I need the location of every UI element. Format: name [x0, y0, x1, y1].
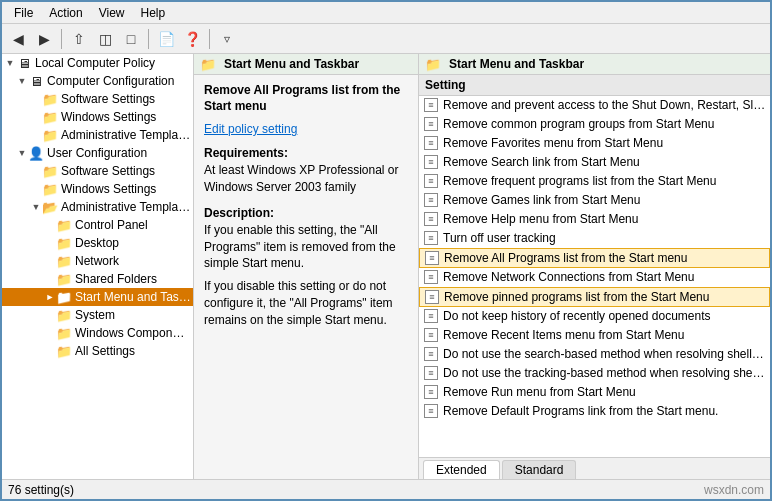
tree-admin-templates-cc[interactable]: ► Administrative Templates — [2, 126, 193, 144]
setting-row[interactable]: ≡Remove Run menu from Start Menu — [419, 383, 770, 402]
setting-icon: ≡ — [424, 250, 440, 266]
setting-row[interactable]: ≡Remove Default Programs link from the S… — [419, 402, 770, 421]
expand-icon[interactable]: ► — [44, 291, 56, 303]
expand-icon[interactable]: ▼ — [30, 201, 42, 213]
user-icon — [28, 147, 44, 160]
tab-standard[interactable]: Standard — [502, 460, 577, 479]
description-text-2: If you disable this setting or do not co… — [204, 278, 408, 328]
settings-column-header: Setting — [419, 75, 770, 96]
description-section: Description: If you enable this setting,… — [204, 206, 408, 329]
tree-admin-templates-uc[interactable]: ▼ Administrative Templates — [2, 198, 193, 216]
expand-icon[interactable]: ► — [44, 309, 56, 321]
folder-icon — [56, 273, 72, 286]
tree-label: Shared Folders — [75, 272, 157, 286]
setting-label: Remove Games link from Start Menu — [443, 193, 766, 207]
folder-icon — [56, 309, 72, 322]
tree-software-settings-uc[interactable]: ► Software Settings — [2, 162, 193, 180]
toolbar: ◀ ▶ ⇧ ◫ □ 📄 ❓ ▿ — [2, 24, 770, 54]
setting-label: Do not keep history of recently opened d… — [443, 309, 766, 323]
toolbar-sep-2 — [148, 29, 149, 49]
setting-row[interactable]: ≡Remove pinned programs list from the St… — [419, 287, 770, 307]
computer-icon — [28, 75, 44, 88]
setting-row[interactable]: ≡Do not use the search-based method when… — [419, 345, 770, 364]
expand-icon[interactable]: ► — [30, 93, 42, 105]
setting-row[interactable]: ≡Remove Recent Items menu from Start Men… — [419, 326, 770, 345]
help-button[interactable]: ❓ — [180, 27, 204, 51]
tree-desktop[interactable]: ► Desktop — [2, 234, 193, 252]
setting-row[interactable]: ≡Turn off user tracking — [419, 229, 770, 248]
folder-icon — [42, 93, 58, 106]
expand-icon[interactable]: ► — [44, 327, 56, 339]
tab-extended[interactable]: Extended — [423, 460, 500, 479]
tree-user-configuration[interactable]: ▼ User Configuration — [2, 144, 193, 162]
expand-icon[interactable]: ► — [30, 129, 42, 141]
show-hide-button[interactable]: ◫ — [93, 27, 117, 51]
setting-label: Remove Default Programs link from the St… — [443, 404, 766, 418]
tree-software-settings-cc[interactable]: ► Software Settings — [2, 90, 193, 108]
expand-icon[interactable]: ► — [30, 165, 42, 177]
setting-icon: ≡ — [423, 192, 439, 208]
tree-label: Desktop — [75, 236, 119, 250]
expand-icon[interactable]: ► — [44, 345, 56, 357]
setting-icon: ≡ — [423, 384, 439, 400]
expand-icon[interactable]: ▼ — [16, 75, 28, 87]
forward-button[interactable]: ▶ — [32, 27, 56, 51]
setting-row[interactable]: ≡Remove Help menu from Start Menu — [419, 210, 770, 229]
setting-icon: ≡ — [423, 346, 439, 362]
back-button[interactable]: ◀ — [6, 27, 30, 51]
tree-label: User Configuration — [47, 146, 147, 160]
main-content: ▼ Local Computer Policy ▼ Computer Confi… — [2, 54, 770, 479]
menu-action[interactable]: Action — [41, 4, 90, 22]
tree-system[interactable]: ► System — [2, 306, 193, 324]
setting-row[interactable]: ≡Remove Games link from Start Menu — [419, 191, 770, 210]
menu-view[interactable]: View — [91, 4, 133, 22]
tree-shared-folders[interactable]: ► Shared Folders — [2, 270, 193, 288]
tree-windows-settings-cc[interactable]: ► Windows Settings — [2, 108, 193, 126]
expand-icon[interactable]: ► — [30, 111, 42, 123]
setting-icon-box: ≡ — [425, 290, 439, 304]
edit-policy-link[interactable]: Edit policy setting — [204, 122, 297, 136]
tree-control-panel[interactable]: ► Control Panel — [2, 216, 193, 234]
setting-row[interactable]: ≡Do not keep history of recently opened … — [419, 307, 770, 326]
expand-icon[interactable]: ► — [44, 255, 56, 267]
up-button[interactable]: ⇧ — [67, 27, 91, 51]
setting-icon: ≡ — [423, 154, 439, 170]
expand-icon[interactable]: ▼ — [4, 57, 16, 69]
setting-label: Turn off user tracking — [443, 231, 766, 245]
tree-label: Control Panel — [75, 218, 148, 232]
tree-windows-components[interactable]: ► Windows Components — [2, 324, 193, 342]
setting-row[interactable]: ≡Do not use the tracking-based method wh… — [419, 364, 770, 383]
properties-button[interactable]: 📄 — [154, 27, 178, 51]
menu-file[interactable]: File — [6, 4, 41, 22]
setting-label: Remove Favorites menu from Start Menu — [443, 136, 766, 150]
setting-row[interactable]: ≡Remove Search link from Start Menu — [419, 153, 770, 172]
setting-icon: ≡ — [423, 327, 439, 343]
setting-row[interactable]: ≡Remove frequent programs list from the … — [419, 172, 770, 191]
new-window-button[interactable]: □ — [119, 27, 143, 51]
expand-icon[interactable]: ► — [30, 183, 42, 195]
filter-button[interactable]: ▿ — [215, 27, 239, 51]
tree-label: Local Computer Policy — [35, 56, 155, 70]
tree-computer-configuration[interactable]: ▼ Computer Configuration — [2, 72, 193, 90]
tree-start-menu-taskbar[interactable]: ► Start Menu and Taskbar — [2, 288, 193, 306]
setting-row[interactable]: ≡Remove common program groups from Start… — [419, 115, 770, 134]
expand-icon[interactable]: ► — [44, 219, 56, 231]
setting-row[interactable]: ≡Remove Favorites menu from Start Menu — [419, 134, 770, 153]
tree-label: Windows Settings — [61, 110, 156, 124]
setting-icon-box: ≡ — [424, 212, 438, 226]
setting-icon: ≡ — [424, 289, 440, 305]
tree-network[interactable]: ► Network — [2, 252, 193, 270]
setting-row[interactable]: ≡Remove Network Connections from Start M… — [419, 268, 770, 287]
tree-windows-settings-uc[interactable]: ► Windows Settings — [2, 180, 193, 198]
setting-row[interactable]: ≡Remove and prevent access to the Shut D… — [419, 96, 770, 115]
expand-icon[interactable]: ► — [44, 237, 56, 249]
setting-icon-box: ≡ — [424, 404, 438, 418]
setting-row[interactable]: ≡Remove All Programs list from the Start… — [419, 248, 770, 268]
setting-label: Remove Run menu from Start Menu — [443, 385, 766, 399]
tree-local-computer-policy[interactable]: ▼ Local Computer Policy — [2, 54, 193, 72]
expand-icon[interactable]: ► — [44, 273, 56, 285]
expand-icon[interactable]: ▼ — [16, 147, 28, 159]
menu-help[interactable]: Help — [133, 4, 174, 22]
folder-icon — [56, 345, 72, 358]
tree-all-settings[interactable]: ► All Settings — [2, 342, 193, 360]
